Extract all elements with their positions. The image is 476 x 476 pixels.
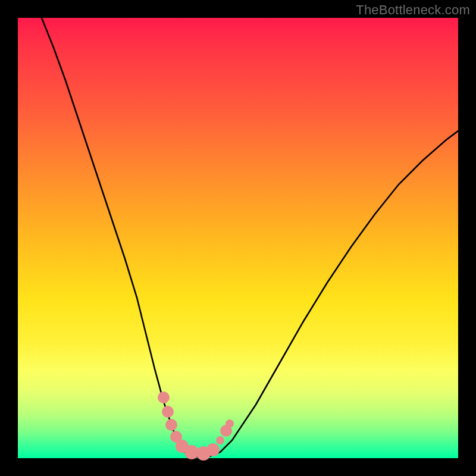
bottleneck-curve xyxy=(42,18,458,457)
marker-dot xyxy=(165,419,177,431)
chart-frame: TheBottleneck.com xyxy=(0,0,476,476)
chart-plot-area xyxy=(18,18,458,458)
watermark-text: TheBottleneck.com xyxy=(356,2,470,18)
marker-dot xyxy=(206,443,220,456)
marker-dot xyxy=(158,392,170,403)
marker-dot xyxy=(216,436,224,444)
marker-dot xyxy=(162,406,174,418)
chart-svg xyxy=(18,18,458,458)
marker-dot xyxy=(226,419,234,428)
